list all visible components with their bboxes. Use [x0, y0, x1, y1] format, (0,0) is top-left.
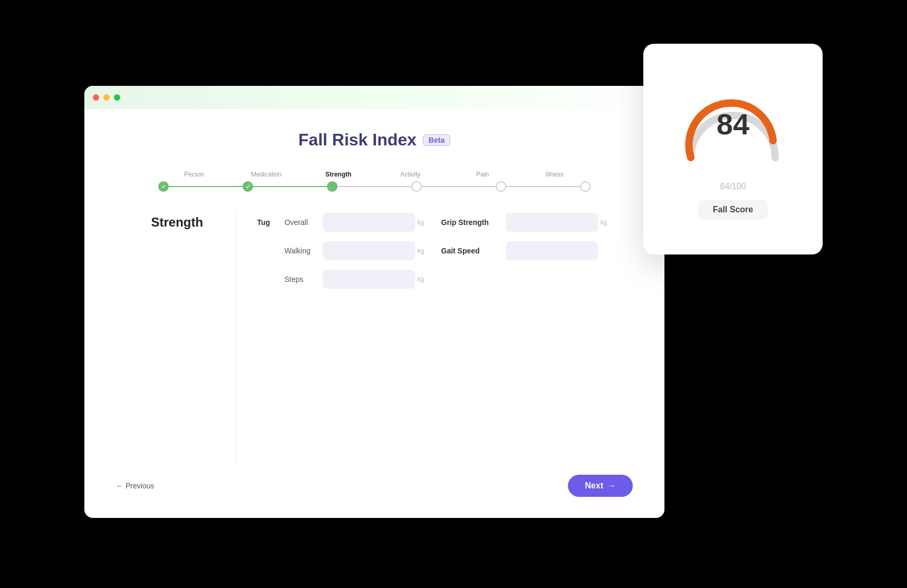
grip-unit: kg [601, 219, 607, 226]
walking-input[interactable] [329, 247, 418, 255]
window-dot-red[interactable] [93, 94, 99, 101]
window-dot-green[interactable] [114, 94, 120, 101]
score-card: 84 84/100 Fall Score [643, 44, 823, 254]
grip-input[interactable] [512, 219, 601, 227]
step-circle-activity[interactable] [411, 181, 422, 192]
step-line-3 [337, 186, 411, 187]
steps-unit: kg [418, 276, 424, 283]
window-dot-yellow[interactable] [103, 94, 110, 101]
gait-label: Gait Speed [441, 247, 499, 255]
overall-input-box[interactable]: kg [323, 213, 415, 232]
step-circle-medication[interactable]: ✓ [243, 181, 253, 192]
step-circle-strength[interactable] [327, 181, 337, 192]
steps-progress: Person Medication Strength Activity Pain… [158, 171, 591, 192]
walking-input-box[interactable]: kg [323, 241, 415, 260]
next-label: Next [585, 481, 603, 491]
step-line-2 [253, 186, 327, 187]
beta-badge: Beta [423, 134, 450, 146]
step-label-pain: Pain [447, 171, 519, 178]
section-divider [236, 213, 236, 464]
gait-input-box[interactable] [506, 241, 598, 260]
grip-label: Grip Strength [441, 218, 499, 227]
form-section: Strength Tug Overall [151, 213, 598, 464]
gait-speed-row: Gait Speed [441, 241, 598, 260]
gait-input[interactable] [512, 247, 601, 255]
grip-strength-row: Grip Strength kg [441, 213, 598, 232]
tug-fields-col: Tug Overall kg Walking [257, 213, 415, 289]
walking-label: Walking [285, 247, 316, 255]
fall-score-button[interactable]: Fall Score [698, 200, 768, 220]
nav-row: ← Previous Next → [116, 464, 633, 497]
step-label-medication: Medication [230, 171, 303, 178]
walking-unit: kg [418, 247, 424, 254]
steps-input-box[interactable]: kg [323, 270, 415, 289]
form-fields: Tug Overall kg Walking [257, 213, 598, 289]
tug-overall-row: Tug Overall kg [257, 213, 415, 232]
tug-walking-row: Walking kg [257, 241, 415, 260]
previous-button[interactable]: ← Previous [116, 482, 154, 490]
right-fields-col: Grip Strength kg Gait Speed [441, 213, 598, 289]
step-line-4 [422, 186, 496, 187]
field-rows: Tug Overall kg Walking [257, 213, 598, 289]
browser-window: Fall Risk Index Beta Person Medication S… [84, 86, 664, 518]
step-label-person: Person [158, 171, 230, 178]
check-icon-medication: ✓ [246, 184, 250, 190]
section-title: Strength [151, 215, 204, 229]
step-circle-illness[interactable] [580, 181, 591, 192]
page-title-area: Fall Risk Index Beta [298, 130, 450, 150]
step-label-strength: Strength [302, 171, 374, 178]
tug-steps-row: Steps kg [257, 270, 415, 289]
steps-label: Steps [285, 275, 316, 283]
steps-input[interactable] [329, 276, 418, 283]
grip-input-box[interactable]: kg [506, 213, 598, 232]
step-label-activity: Activity [374, 171, 447, 178]
tug-label: Tug [257, 218, 278, 227]
next-button[interactable]: Next → [568, 475, 633, 497]
overall-input[interactable] [329, 219, 418, 227]
check-icon-person: ✓ [161, 184, 166, 190]
step-label-illness: Illness [518, 171, 591, 178]
gauge-container: 84 [680, 79, 786, 173]
step-circle-pain[interactable] [496, 181, 506, 192]
step-circle-person[interactable]: ✓ [158, 181, 169, 192]
overall-label: Overall [285, 218, 316, 227]
section-title-area: Strength [151, 213, 236, 230]
score-fraction: 84/100 [720, 182, 746, 191]
step-line-5 [506, 186, 580, 187]
steps-circles: ✓ ✓ [158, 181, 591, 192]
steps-labels: Person Medication Strength Activity Pain… [158, 171, 591, 178]
overall-unit: kg [418, 219, 424, 226]
browser-content: Fall Risk Index Beta Person Medication S… [84, 109, 664, 518]
step-line-1 [169, 186, 243, 187]
next-arrow-icon: → [607, 481, 616, 491]
page-title: Fall Risk Index [298, 130, 417, 150]
gauge-score: 84 [717, 107, 749, 141]
browser-topbar [84, 86, 664, 109]
